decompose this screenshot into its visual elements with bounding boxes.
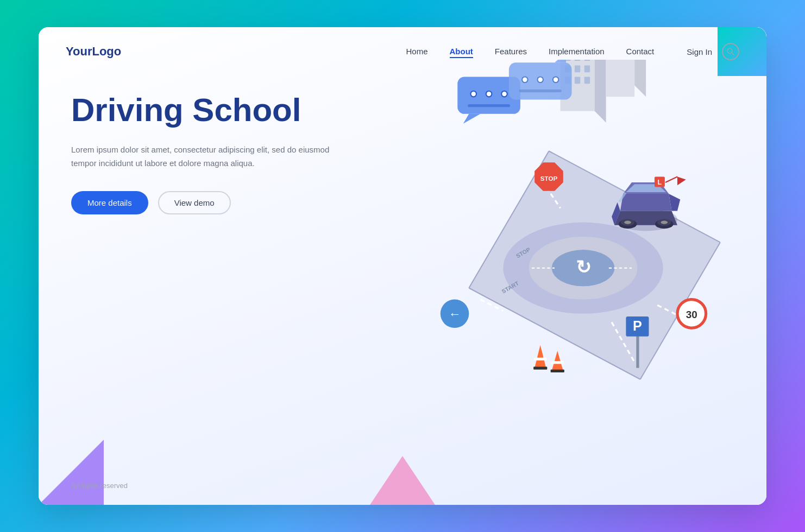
navigation: YourLogo Home About Features Implementat… [39, 27, 766, 76]
svg-rect-68 [519, 90, 562, 92]
svg-rect-100 [551, 361, 564, 364]
svg-point-67 [554, 78, 558, 82]
svg-marker-86 [677, 177, 686, 186]
svg-text:←: ← [448, 307, 461, 321]
illustration: ↻ START STOP [332, 60, 766, 494]
svg-rect-91 [636, 334, 639, 368]
logo: YourLogo [66, 45, 121, 59]
svg-point-56 [487, 92, 491, 96]
nav-link-features[interactable]: Features [495, 47, 527, 56]
svg-text:30: 30 [686, 309, 697, 320]
sign-in-link[interactable]: Sign In [687, 47, 712, 56]
footer: All rights reserved [71, 482, 128, 490]
hero-content: Driving School Lorem ipsum dolor sit ame… [71, 92, 332, 214]
svg-rect-97 [534, 358, 546, 360]
svg-point-54 [471, 92, 476, 96]
main-card: YourLogo Home About Features Implementat… [39, 27, 766, 505]
svg-text:P: P [633, 318, 642, 333]
svg-line-1 [732, 53, 734, 55]
search-icon [727, 48, 734, 55]
svg-marker-52 [463, 114, 481, 124]
nav-item-features[interactable]: Features [495, 47, 527, 56]
svg-line-85 [665, 177, 677, 183]
svg-rect-59 [468, 104, 510, 107]
nav-right: Sign In [687, 43, 739, 60]
svg-rect-30 [584, 77, 590, 84]
nav-link-about[interactable]: About [450, 47, 473, 58]
nav-link-implementation[interactable]: Implementation [549, 47, 605, 56]
svg-point-58 [502, 92, 506, 96]
svg-rect-101 [551, 370, 564, 372]
hero-description: Lorem ipsum dolor sit amet, consectetur … [71, 143, 332, 170]
view-demo-button[interactable]: View demo [158, 191, 231, 214]
button-group: More details View demo [71, 191, 332, 214]
svg-marker-96 [534, 345, 546, 368]
bottom-left-accent [39, 440, 104, 505]
nav-item-implementation[interactable]: Implementation [549, 47, 605, 56]
svg-text:L: L [658, 179, 662, 186]
search-button[interactable] [722, 43, 739, 60]
footer-text: All rights reserved [71, 482, 128, 490]
svg-text:↻: ↻ [576, 257, 591, 277]
svg-marker-71 [620, 194, 672, 211]
svg-point-82 [661, 220, 668, 224]
more-details-button[interactable]: More details [71, 191, 148, 214]
nav-link-contact[interactable]: Contact [626, 47, 655, 56]
nav-item-about[interactable]: About [450, 47, 473, 56]
svg-text:STOP: STOP [540, 175, 558, 182]
hero-title: Driving School [71, 92, 332, 128]
nav-item-home[interactable]: Home [406, 47, 427, 56]
svg-point-63 [523, 78, 527, 82]
nav-item-contact[interactable]: Contact [626, 47, 655, 56]
svg-rect-98 [533, 367, 547, 370]
illustration-svg: ↻ START STOP [332, 60, 766, 493]
nav-link-home[interactable]: Home [406, 47, 427, 56]
svg-point-79 [624, 220, 631, 224]
svg-rect-29 [575, 77, 581, 84]
nav-links: Home About Features Implementation Conta… [406, 47, 654, 56]
svg-marker-99 [552, 351, 563, 371]
svg-point-65 [538, 78, 543, 82]
